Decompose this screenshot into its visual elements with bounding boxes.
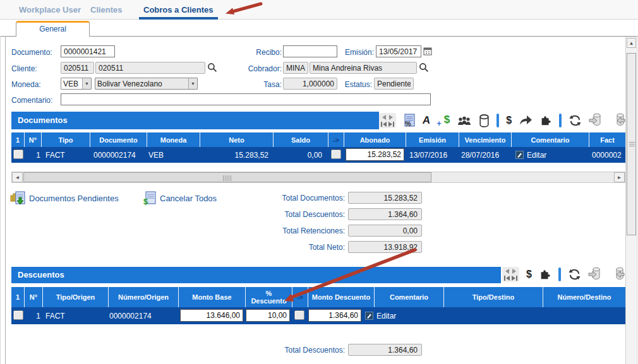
col-header-saldo[interactable]: Saldo [274,132,328,147]
scroll-up-button[interactable]: ▲ [627,38,636,48]
documentos-toolbar: %A$+$ [379,111,625,130]
cobrador-name-field[interactable] [310,62,417,74]
forward-icon[interactable] [519,114,533,127]
total-retenciones-value: 0,00 [348,225,422,237]
col-header-select[interactable]: 1 [11,287,25,307]
chevron-down-icon[interactable]: ▼ [188,78,197,89]
col-header-moneda[interactable]: Moneda [147,132,200,147]
row-neto: 15.283,52 [201,147,268,163]
row-vencimiento: 28/07/2016 [461,147,512,163]
tasa-field[interactable] [283,78,337,90]
db-export-icon[interactable] [588,267,605,281]
scroll-grip [223,175,232,181]
scroll-right-button[interactable]: ► [614,172,625,182]
navpad-icon[interactable] [502,267,519,282]
col-header-monto-base[interactable]: Monto Base [179,287,246,307]
comentario-input[interactable] [61,93,431,105]
dollar-icon[interactable]: $ [506,115,512,126]
database-icon[interactable] [479,114,490,127]
col-header-comentario[interactable]: Comentario [512,132,589,147]
row-apply-checkbox[interactable] [331,150,341,159]
vertical-scrollbar[interactable]: ▲ [625,37,637,364]
active-tab-underline [139,17,218,20]
font-a-icon[interactable]: A [423,114,430,127]
moneda-code-dropdown[interactable]: VEB ▼ [61,78,92,90]
cliente-search-icon[interactable] [207,62,217,73]
total-descuentos-bottom-label: Total Descuentos: [258,346,345,355]
cobrador-code-field[interactable] [283,62,308,74]
col-header-numero[interactable]: N° [25,132,42,147]
emision-date-input[interactable] [376,45,421,57]
add-money-icon[interactable]: $+ [437,114,450,127]
cancelar-todos-button[interactable]: $ Cancelar Todos [142,191,217,206]
puzzle-icon[interactable] [539,268,551,281]
monto-descuento-input[interactable] [308,309,361,322]
col-header-comentario[interactable]: Comentario [375,287,444,307]
tab-cobros-a-clientes[interactable]: Cobros a Clientes [143,5,214,15]
row-factura: 0000002 [592,147,625,163]
row-apply-checkbox[interactable] [294,310,304,320]
col-header-apply-arrow[interactable]: -> [328,132,344,147]
col-header-tipo-origen[interactable]: Tipo/Origen [43,287,109,307]
col-header-numero-destino[interactable]: Número/Destino [543,287,625,307]
estatus-field[interactable] [374,78,414,90]
pct-descuento-input[interactable] [246,309,290,322]
doc-percent-icon[interactable]: % [403,114,416,127]
col-header-documento[interactable]: Documento [90,132,147,147]
tab-general[interactable]: General [16,21,90,37]
db-import-icon[interactable] [612,114,625,127]
documentos-pendientes-button[interactable]: Documentos Pendientes [10,191,123,206]
recibo-input[interactable] [283,45,337,57]
edit-note-icon[interactable] [515,151,524,159]
total-neto-label: Total Neto: [258,243,345,252]
cliente-code-field[interactable] [61,62,94,74]
puzzle-icon[interactable] [539,114,552,127]
panel-border-left [5,36,6,364]
row-tipo-origen: FACT [45,307,90,324]
descuentos-row[interactable]: 1 FACT 0000002174 Editar [11,307,625,324]
dollar-icon[interactable]: $ [526,269,532,280]
col-header-tipo-destino[interactable]: Tipo/Destino [444,287,543,307]
cliente-name-field[interactable] [95,62,205,74]
navpad-icon[interactable] [379,113,396,128]
people-icon[interactable] [457,114,472,127]
row-editar-link[interactable]: Editar [527,147,565,163]
total-descuentos-label: Total Descuentos: [258,210,345,219]
col-header-select[interactable]: 1 [11,132,25,147]
tab-clientes[interactable]: Clientes [90,5,123,15]
col-header-apply-arrow[interactable]: -> [292,287,308,307]
vscroll-thumb[interactable] [627,53,636,235]
chevron-down-icon[interactable]: ▼ [82,78,91,89]
monto-base-input[interactable] [180,309,243,322]
col-header-monto-descuento[interactable]: Monto Descuento [308,287,375,307]
col-header-tipo[interactable]: Tipo [42,132,90,147]
col-header-numero-origen[interactable]: Número/Origen [109,287,179,307]
col-header-neto[interactable]: Neto [200,132,274,147]
documentos-row[interactable]: 1 FACT 0000002174 VEB 15.283,52 0,00 13/… [11,147,625,163]
refresh-icon[interactable] [568,268,581,281]
db-export-icon[interactable] [589,114,605,127]
col-header-pct-descuento[interactable]: % Descuento [246,287,292,307]
edit-note-icon[interactable] [365,312,373,320]
col-header-emision[interactable]: Emisión [406,132,459,147]
col-header-abonado[interactable]: Abonado [344,132,406,147]
db-import-icon[interactable] [611,267,625,281]
row-num: 1 [27,147,40,163]
col-header-factura[interactable]: Fact [589,132,625,147]
col-header-vencimiento[interactable]: Vencimiento [459,132,512,147]
scroll-left-button[interactable]: ◄ [12,172,23,182]
svg-text:%: % [405,120,411,127]
documento-input[interactable] [61,45,115,57]
refresh-icon[interactable] [569,114,582,127]
tab-workplace-user[interactable]: Workplace User [19,5,81,15]
row-checkbox[interactable] [13,150,23,159]
hscroll-thumb[interactable] [23,172,431,182]
abonado-input[interactable] [346,148,404,161]
documentos-hscrollbar[interactable]: ◄ ► [11,172,625,183]
row-checkbox[interactable] [13,310,23,320]
row-editar-link[interactable]: Editar [376,307,414,324]
cobrador-search-icon[interactable] [419,62,429,73]
col-header-numero[interactable]: N° [25,287,43,307]
calendar-icon[interactable] [423,47,432,56]
moneda-name-dropdown[interactable]: Bolivar Venezolano ▼ [95,78,198,90]
